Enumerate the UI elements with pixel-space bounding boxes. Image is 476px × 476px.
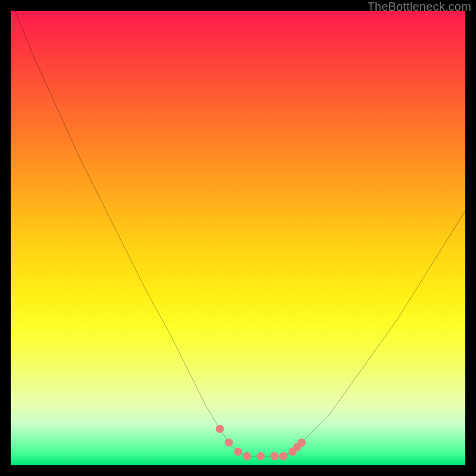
fit-marker	[270, 452, 278, 461]
fit-marker	[243, 452, 251, 461]
curve-layer	[11, 11, 465, 465]
fit-marker	[280, 452, 288, 461]
plot-area	[11, 11, 465, 465]
fit-marker	[225, 439, 233, 447]
chart-frame: TheBottleneck.com	[0, 0, 476, 476]
watermark-text: TheBottleneck.com	[367, 0, 471, 14]
fit-marker	[234, 447, 242, 456]
bottleneck-curve-line	[15, 11, 465, 456]
fit-marker-group	[216, 425, 306, 461]
fit-marker	[256, 452, 265, 461]
fit-marker	[216, 425, 224, 433]
fit-marker	[298, 439, 306, 447]
